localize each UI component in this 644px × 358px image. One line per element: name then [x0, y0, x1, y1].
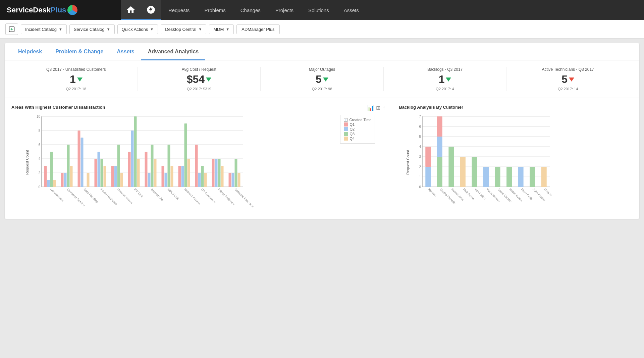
dashboard-button[interactable]: [141, 0, 161, 20]
nav-problems[interactable]: Problems: [197, 0, 233, 20]
svg-text:MPLS Link: MPLS Link: [167, 188, 180, 200]
home-icon: [126, 5, 136, 14]
svg-text:6: 6: [38, 143, 40, 147]
nav-assets[interactable]: Assets: [336, 0, 366, 20]
logo-area: ServiceDeskPlus: [0, 0, 121, 20]
svg-rect-95: [426, 167, 431, 187]
service-catalog-button[interactable]: Service Catalog ▼: [69, 24, 115, 34]
svg-text:4: 4: [38, 157, 40, 161]
desktop-central-arrow-icon: ▼: [198, 27, 202, 31]
svg-rect-106: [472, 157, 477, 187]
chart-dissatisfaction: Areas With Highest Customer Dissatisfact…: [11, 105, 385, 212]
tab-helpdesk[interactable]: Helpdesk: [11, 43, 49, 60]
nav-changes[interactable]: Changes: [233, 0, 268, 20]
chart-backlog-title: Backlog Analysis By Customer: [399, 105, 633, 110]
metric-avg-cost-prev: Q2 2017: $319: [141, 87, 257, 91]
svg-rect-59: [184, 123, 187, 187]
svg-text:Printer Problems: Printer Problems: [217, 188, 236, 206]
metric-active-tech-prev: Q2 2017: 14: [510, 87, 626, 91]
metric-major-outages-prev: Q2 2017: 98: [264, 87, 380, 91]
svg-rect-23: [64, 173, 67, 187]
main-content: Helpdesk Problem & Change Assets Advance…: [5, 43, 639, 219]
toolbar: Incident Catalog ▼ Service Catalog ▼ Qui…: [0, 20, 644, 39]
svg-rect-73: [232, 173, 234, 187]
metric-backlogs-trend-icon: [446, 78, 451, 82]
svg-rect-55: [171, 166, 173, 187]
stacked-bar-chart-area: 01234567KyrstenMartha FranklinEvondi Ani…: [412, 113, 633, 211]
svg-text:Van Pelino: Van Pelino: [474, 188, 487, 200]
chart-dissatisfaction-title: Areas With Highest Customer Dissatisfact…: [11, 105, 385, 110]
mdm-button[interactable]: MDM ▼: [209, 24, 234, 34]
tab-problem-change[interactable]: Problem & Change: [49, 43, 110, 60]
svg-rect-58: [181, 166, 184, 187]
svg-text:6: 6: [419, 125, 421, 129]
export-icon[interactable]: ↑: [382, 105, 385, 111]
svg-rect-67: [212, 159, 215, 187]
svg-rect-98: [437, 157, 442, 187]
metric-backlogs-value: 1: [387, 73, 503, 86]
metric-avg-cost-value: $54: [141, 73, 257, 86]
quick-actions-button[interactable]: Quick Actions ▼: [117, 24, 158, 34]
tab-advanced-analytics[interactable]: Advanced Analytics: [141, 43, 205, 60]
metric-major-outages-label: Major Outages: [264, 67, 380, 72]
svg-text:4: 4: [419, 145, 421, 149]
y-axis-label-right: Request Count: [406, 150, 410, 174]
svg-rect-112: [507, 167, 512, 187]
svg-rect-60: [187, 159, 190, 187]
metric-unsatisfied-trend-icon: [77, 78, 83, 82]
speedometer-icon: [146, 5, 156, 14]
svg-rect-27: [78, 131, 80, 187]
bar-chart-area: 0246810AdministratorCustomer ServiceData…: [32, 113, 385, 211]
metric-backlogs-prev: Q2 2017: 4: [387, 87, 503, 91]
desktop-central-button[interactable]: Desktop Central ▼: [161, 24, 206, 34]
svg-rect-108: [483, 167, 489, 187]
svg-rect-100: [437, 116, 442, 137]
svg-rect-72: [229, 173, 231, 187]
nav-requests[interactable]: Requests: [161, 0, 197, 20]
service-catalog-arrow-icon: ▼: [107, 27, 110, 31]
svg-rect-114: [518, 167, 524, 187]
metric-unsatisfied-value: 1: [18, 73, 134, 86]
mdm-arrow-icon: ▼: [226, 27, 229, 31]
svg-rect-70: [221, 166, 224, 187]
svg-rect-102: [449, 147, 454, 187]
svg-rect-48: [148, 173, 151, 187]
y-axis-label-left: Request Count: [25, 150, 29, 174]
admanager-plus-button[interactable]: ADManager Plus: [236, 24, 279, 34]
nav-solutions[interactable]: Solutions: [301, 0, 336, 20]
metric-active-tech-label: Active Technicians - Q3 2017: [510, 67, 626, 72]
svg-rect-34: [101, 159, 103, 187]
svg-rect-37: [111, 166, 114, 187]
home-button[interactable]: [121, 0, 141, 20]
svg-text:2: 2: [38, 171, 40, 175]
svg-rect-64: [201, 166, 204, 187]
tab-bar: Helpdesk Problem & Change Assets Advance…: [5, 43, 639, 60]
svg-text:Administrator: Administrator: [50, 188, 65, 203]
bar-chart-icon[interactable]: 📊: [367, 105, 374, 111]
svg-text:Data Handling: Data Handling: [83, 188, 99, 203]
tab-assets[interactable]: Assets: [110, 43, 141, 60]
svg-rect-65: [204, 173, 207, 187]
svg-text:8: 8: [38, 129, 40, 133]
svg-rect-25: [70, 166, 73, 187]
metric-avg-cost: Avg Cost / Request $54 Q2 2017: $319: [138, 67, 261, 91]
metrics-row: Q3 2017 - Unsatisfied Customers 1 Q2 201…: [5, 60, 639, 98]
svg-rect-75: [238, 173, 240, 187]
new-incident-button[interactable]: [5, 23, 18, 35]
svg-text:Gary Is: Gary Is: [544, 188, 553, 197]
svg-rect-47: [145, 152, 148, 187]
svg-text:ISP Link: ISP Link: [133, 188, 144, 198]
table-icon[interactable]: ⊞: [376, 105, 380, 111]
metric-unsatisfied-label: Q3 2017 - Unsatisfied Customers: [18, 67, 134, 72]
svg-rect-42: [128, 152, 131, 187]
metric-unsatisfied-customers: Q3 2017 - Unsatisfied Customers 1 Q2 201…: [15, 67, 138, 91]
svg-rect-28: [81, 138, 84, 187]
svg-text:3: 3: [419, 155, 421, 159]
svg-rect-17: [44, 166, 47, 187]
svg-rect-24: [67, 145, 70, 187]
svg-rect-69: [218, 159, 221, 187]
svg-rect-44: [134, 116, 137, 187]
svg-rect-39: [117, 145, 120, 187]
nav-projects[interactable]: Projects: [268, 0, 301, 20]
incident-catalog-button[interactable]: Incident Catalog ▼: [21, 24, 67, 34]
